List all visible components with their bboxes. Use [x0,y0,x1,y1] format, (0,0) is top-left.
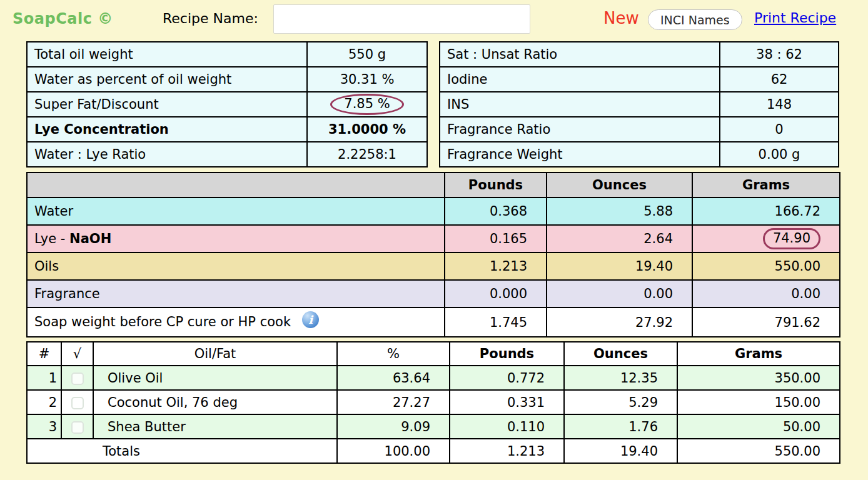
highlight-circle: 74.90 [763,228,820,249]
oil-checkbox-cell [61,390,93,414]
oil-checkbox-cell [61,414,93,439]
weights-header-blank [27,172,445,198]
oil-percent: 63.64 [337,366,450,390]
oils-header-row: # √ Oil/Fat % Pounds Ounces Grams [27,342,840,366]
fragrance-weight-value: 0.00 g [720,142,839,167]
totals-pounds: 1.213 [450,439,564,463]
total-oil-weight-label: Total oil weight [27,42,307,67]
oils-list-table: # √ Oil/Fat % Pounds Ounces Grams 1 Oliv… [26,341,840,464]
totals-percent: 100.00 [337,439,450,463]
table-row: Fragrance Weight 0.00 g [440,142,839,167]
fragrance-ratio-value: 0 [720,117,839,142]
water-pounds: 0.368 [445,198,547,225]
oil-name[interactable]: Shea Butter [93,414,337,439]
print-recipe-link[interactable]: Print Recipe [754,10,836,26]
water-lye-ratio-value: 2.2258:1 [307,142,427,167]
table-row: Total oil weight 550 g [27,42,427,67]
lye-ounces: 2.64 [547,225,692,252]
water-lye-ratio-label: Water : Lye Ratio [27,142,307,167]
ins-value: 148 [720,92,839,117]
weights-header-row: Pounds Ounces Grams [27,172,840,198]
super-fat-label: Super Fat/Discount [27,92,307,117]
fragrance-row: Fragrance 0.000 0.00 0.00 [27,280,840,308]
app-logo: SoapCalc © [13,10,113,28]
oil-fat-header: Oil/Fat [93,342,337,366]
recipe-settings-table: Total oil weight 550 g Water as percent … [26,41,428,168]
water-percent-value: 30.31 % [307,67,427,92]
totals-ounces: 19.40 [564,439,677,463]
oil-ounces: 1.76 [564,414,677,439]
table-row: Super Fat/Discount 7.85 % [27,92,427,117]
oil-number: 3 [27,414,61,439]
fragrance-ratio-label: Fragrance Ratio [440,117,720,142]
oils-grams: 550.00 [692,252,840,280]
info-icon[interactable]: i [302,311,319,328]
oils-label: Oils [27,252,445,280]
ins-label: INS [440,92,720,117]
pounds-header: Pounds [450,342,564,366]
soap-weight-ounces: 27.92 [547,308,692,337]
lye-pounds: 0.165 [445,225,547,252]
oil-ounces: 12.35 [564,366,677,390]
summary-section: Total oil weight 550 g Water as percent … [26,41,839,168]
percent-header: % [337,342,450,366]
lye-concentration-value: 31.0000 % [307,117,427,142]
total-oil-weight-value: 550 g [307,42,427,67]
oils-row: Oils 1.213 19.40 550.00 [27,252,840,280]
oil-pounds: 0.772 [450,366,564,390]
table-row: INS 148 [440,92,839,117]
water-percent-label: Water as percent of oil weight [27,67,307,92]
fragrance-grams: 0.00 [692,280,840,308]
weights-table: Pounds Ounces Grams Water 0.368 5.88 166… [26,172,840,338]
totals-grams: 550.00 [677,439,840,463]
water-ounces: 5.88 [547,198,692,225]
lye-row: Lye - NaOH 0.165 2.64 74.90 [27,225,840,252]
table-row: Water as percent of oil weight 30.31 % [27,67,427,92]
water-row: Water 0.368 5.88 166.72 [27,198,840,225]
oils-pounds: 1.213 [445,252,547,280]
table-row: Sat : Unsat Ratio 38 : 62 [440,42,839,67]
oil-checkbox[interactable] [71,372,84,385]
iodine-value: 62 [720,67,839,92]
check-column-header: √ [61,342,93,366]
number-column-header: # [27,342,61,366]
ounces-header: Ounces [547,172,692,198]
oil-ounces: 5.29 [564,390,677,414]
oil-checkbox[interactable] [71,421,84,434]
sat-unsat-value: 38 : 62 [720,42,839,67]
sat-unsat-label: Sat : Unsat Ratio [440,42,720,67]
fragrance-pounds: 0.000 [445,280,547,308]
oil-checkbox[interactable] [71,397,84,409]
oils-ounces: 19.40 [547,252,692,280]
oil-checkbox-cell [61,366,93,390]
recipe-name-label: Recipe Name: [163,11,258,26]
soap-weight-label: Soap weight before CP cure or HP cooki [27,308,445,337]
oil-row-2: 2 Coconut Oil, 76 deg 27.27 0.331 5.29 1… [27,390,840,414]
new-link[interactable]: New [603,9,639,28]
oil-percent: 27.27 [337,390,450,414]
grams-header: Grams [677,342,840,366]
grams-header: Grams [692,172,840,198]
fragrance-weight-label: Fragrance Weight [440,142,720,167]
table-row: Lye Concentration 31.0000 % [27,117,427,142]
super-fat-value: 7.85 % [307,92,427,117]
totals-row: Totals 100.00 1.213 19.40 550.00 [27,439,840,463]
pounds-header: Pounds [445,172,547,198]
oil-number: 1 [27,366,61,390]
recipe-name-input[interactable] [273,4,530,34]
lye-label: Lye - NaOH [27,225,445,252]
inci-names-button[interactable]: INCI Names [648,9,742,30]
soap-weight-grams: 791.62 [692,308,840,337]
oil-name[interactable]: Olive Oil [93,366,337,390]
oil-percent: 9.09 [337,414,450,439]
ounces-header: Ounces [564,342,677,366]
highlight-circle: 7.85 % [330,94,403,115]
oil-grams: 150.00 [677,390,840,414]
oil-pounds: 0.331 [450,390,564,414]
oil-name[interactable]: Coconut Oil, 76 deg [93,390,337,414]
oil-grams: 50.00 [677,414,840,439]
soap-weight-row: Soap weight before CP cure or HP cooki 1… [27,308,840,337]
fragrance-label: Fragrance [27,280,445,308]
table-row: Water : Lye Ratio 2.2258:1 [27,142,427,167]
table-row: Fragrance Ratio 0 [440,117,839,142]
